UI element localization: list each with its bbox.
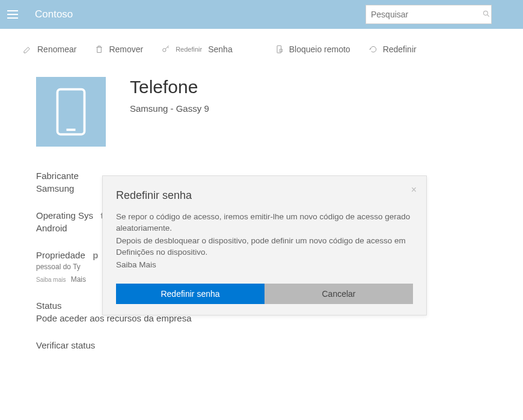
- dialog-cancel-button[interactable]: Cancelar: [265, 284, 413, 304]
- remove-label: Remover: [109, 44, 143, 54]
- svg-point-2: [163, 49, 166, 52]
- dialog-learn-more[interactable]: Saiba Mais: [116, 260, 413, 271]
- device-lock-icon: [275, 44, 284, 54]
- search-box[interactable]: [365, 5, 492, 24]
- remote-lock-label: Bloqueio remoto: [289, 44, 350, 54]
- top-bar: Contoso: [0, 0, 523, 29]
- device-header: Telefone Samsung - Gassy 9: [0, 65, 523, 147]
- dialog-buttons: Redefinir senha Cancelar: [116, 284, 413, 304]
- device-tile-icon: [36, 77, 106, 147]
- device-heading: Telefone Samsung - Gassy 9: [130, 77, 209, 147]
- reset-password-suffix: Senha: [208, 44, 232, 54]
- reset-label: Redefinir: [383, 44, 417, 54]
- rename-label: Renomear: [37, 44, 76, 54]
- trash-icon: [94, 44, 104, 54]
- reset-password-dialog: × Redefinir senha Se repor o código de a…: [102, 175, 427, 315]
- action-toolbar: Renomear Remover Redefinir Senha Bloquei…: [0, 29, 523, 65]
- dialog-confirm-button[interactable]: Redefinir senha: [116, 284, 265, 304]
- device-title: Telefone: [130, 77, 209, 97]
- remove-button[interactable]: Remover: [94, 44, 143, 54]
- reset-button[interactable]: Redefinir: [369, 44, 417, 54]
- dialog-line-2: Depois de desbloquear o dispositivo, pod…: [116, 236, 413, 258]
- dialog-title: Redefinir senha: [116, 189, 413, 202]
- verify-status-link[interactable]: Verificar status: [36, 340, 487, 350]
- reset-icon: [369, 44, 378, 54]
- hamburger-menu-icon[interactable]: [7, 6, 24, 23]
- device-subtitle: Samsung - Gassy 9: [130, 103, 209, 114]
- key-icon: [161, 44, 171, 54]
- remote-lock-button[interactable]: Bloqueio remoto: [275, 44, 350, 54]
- pencil-icon: [23, 44, 32, 54]
- svg-point-0: [483, 11, 488, 15]
- reset-password-prefix: Redefinir: [176, 46, 202, 53]
- search-input[interactable]: [366, 10, 481, 19]
- brand-title: Contoso: [35, 8, 73, 20]
- reset-password-button[interactable]: Redefinir Senha: [161, 44, 233, 54]
- svg-line-1: [487, 14, 489, 16]
- search-icon[interactable]: [481, 10, 491, 20]
- dialog-line-1: Se repor o código de acesso, iremos emit…: [116, 212, 413, 234]
- rename-button[interactable]: Renomear: [23, 44, 76, 54]
- svg-rect-5: [58, 90, 85, 135]
- phone-icon: [54, 88, 88, 136]
- close-icon[interactable]: ×: [411, 184, 417, 195]
